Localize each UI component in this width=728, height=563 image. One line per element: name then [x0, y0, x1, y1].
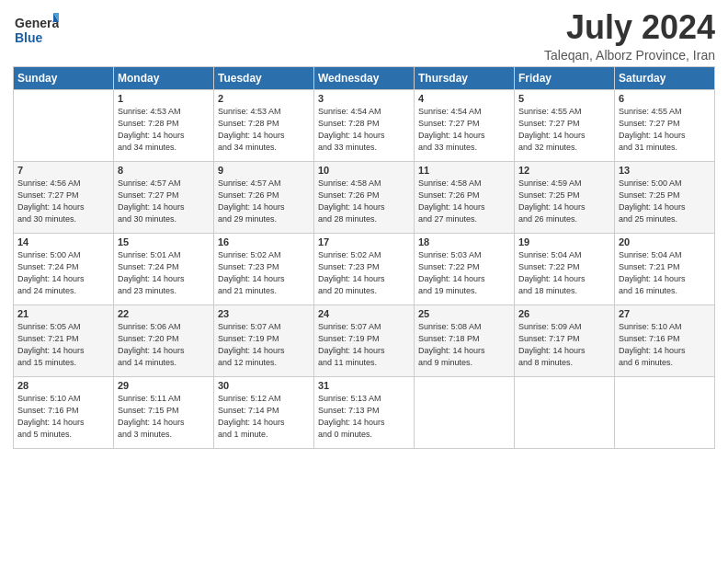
- day-number: 18: [418, 236, 510, 247]
- day-info: Sunrise: 4:57 AMSunset: 7:27 PMDaylight:…: [118, 178, 210, 225]
- calendar-cell: [615, 376, 715, 448]
- day-number: 13: [619, 165, 711, 176]
- calendar-cell: 20Sunrise: 5:04 AMSunset: 7:21 PMDayligh…: [615, 233, 715, 304]
- calendar-cell: 19Sunrise: 5:04 AMSunset: 7:22 PMDayligh…: [515, 233, 615, 304]
- day-number: 9: [218, 165, 310, 176]
- day-number: 26: [518, 308, 610, 319]
- day-number: 11: [418, 165, 510, 176]
- day-number: 23: [218, 308, 310, 319]
- header-friday: Friday: [515, 66, 615, 89]
- logo: General Blue: [13, 9, 59, 53]
- header: General Blue July 2024 Taleqan, Alborz P…: [13, 9, 715, 63]
- day-number: 1: [118, 93, 210, 104]
- day-info: Sunrise: 5:07 AMSunset: 7:19 PMDaylight:…: [218, 321, 310, 369]
- header-monday: Monday: [114, 66, 214, 89]
- header-saturday: Saturday: [615, 66, 715, 89]
- day-number: 3: [318, 93, 410, 104]
- calendar-cell: 25Sunrise: 5:08 AMSunset: 7:18 PMDayligh…: [415, 304, 515, 376]
- calendar-cell: 11Sunrise: 4:58 AMSunset: 7:26 PMDayligh…: [415, 161, 515, 233]
- day-info: Sunrise: 4:57 AMSunset: 7:26 PMDaylight:…: [218, 178, 310, 225]
- header-thursday: Thursday: [415, 66, 515, 89]
- day-number: 12: [518, 165, 610, 176]
- location-subtitle: Taleqan, Alborz Province, Iran: [544, 48, 715, 63]
- day-number: 4: [418, 93, 510, 104]
- day-number: 21: [17, 308, 109, 319]
- calendar-cell: 28Sunrise: 5:10 AMSunset: 7:16 PMDayligh…: [14, 376, 114, 448]
- day-number: 19: [518, 236, 610, 247]
- day-info: Sunrise: 5:05 AMSunset: 7:21 PMDaylight:…: [17, 321, 109, 369]
- day-info: Sunrise: 5:00 AMSunset: 7:24 PMDaylight:…: [17, 249, 109, 297]
- day-info: Sunrise: 5:02 AMSunset: 7:23 PMDaylight:…: [318, 249, 410, 297]
- calendar-table: Sunday Monday Tuesday Wednesday Thursday…: [13, 66, 715, 449]
- calendar-week-5: 28Sunrise: 5:10 AMSunset: 7:16 PMDayligh…: [14, 376, 715, 448]
- calendar-cell: 26Sunrise: 5:09 AMSunset: 7:17 PMDayligh…: [515, 304, 615, 376]
- day-info: Sunrise: 4:58 AMSunset: 7:26 PMDaylight:…: [418, 178, 510, 225]
- day-number: 2: [218, 93, 310, 104]
- day-number: 14: [17, 236, 109, 247]
- day-info: Sunrise: 5:00 AMSunset: 7:25 PMDaylight:…: [619, 178, 711, 225]
- day-info: Sunrise: 5:13 AMSunset: 7:13 PMDaylight:…: [318, 393, 410, 441]
- calendar-cell: 14Sunrise: 5:00 AMSunset: 7:24 PMDayligh…: [14, 233, 114, 304]
- day-info: Sunrise: 5:04 AMSunset: 7:21 PMDaylight:…: [619, 249, 711, 297]
- day-number: 25: [418, 308, 510, 319]
- svg-text:General: General: [15, 16, 59, 30]
- day-info: Sunrise: 4:53 AMSunset: 7:28 PMDaylight:…: [118, 106, 210, 154]
- calendar-cell: 15Sunrise: 5:01 AMSunset: 7:24 PMDayligh…: [114, 233, 214, 304]
- calendar-cell: [515, 376, 615, 448]
- day-info: Sunrise: 4:54 AMSunset: 7:27 PMDaylight:…: [418, 106, 510, 154]
- logo-icon: General Blue: [13, 9, 59, 50]
- calendar-cell: 5Sunrise: 4:55 AMSunset: 7:27 PMDaylight…: [515, 89, 615, 161]
- weekday-header-row: Sunday Monday Tuesday Wednesday Thursday…: [14, 66, 715, 89]
- day-info: Sunrise: 4:53 AMSunset: 7:28 PMDaylight:…: [218, 106, 310, 154]
- day-info: Sunrise: 5:02 AMSunset: 7:23 PMDaylight:…: [218, 249, 310, 297]
- calendar-week-1: 1Sunrise: 4:53 AMSunset: 7:28 PMDaylight…: [14, 89, 715, 161]
- calendar-cell: 17Sunrise: 5:02 AMSunset: 7:23 PMDayligh…: [314, 233, 415, 304]
- calendar-cell: 2Sunrise: 4:53 AMSunset: 7:28 PMDaylight…: [214, 89, 314, 161]
- day-number: 17: [318, 236, 410, 247]
- calendar-cell: 21Sunrise: 5:05 AMSunset: 7:21 PMDayligh…: [14, 304, 114, 376]
- day-info: Sunrise: 4:59 AMSunset: 7:25 PMDaylight:…: [518, 178, 610, 225]
- day-info: Sunrise: 4:55 AMSunset: 7:27 PMDaylight:…: [619, 106, 711, 154]
- day-info: Sunrise: 4:54 AMSunset: 7:28 PMDaylight:…: [318, 106, 410, 154]
- header-sunday: Sunday: [14, 66, 114, 89]
- calendar-cell: 18Sunrise: 5:03 AMSunset: 7:22 PMDayligh…: [415, 233, 515, 304]
- day-info: Sunrise: 5:07 AMSunset: 7:19 PMDaylight:…: [318, 321, 410, 369]
- day-info: Sunrise: 5:11 AMSunset: 7:15 PMDaylight:…: [118, 393, 210, 441]
- day-info: Sunrise: 4:56 AMSunset: 7:27 PMDaylight:…: [17, 178, 109, 225]
- calendar-cell: 31Sunrise: 5:13 AMSunset: 7:13 PMDayligh…: [314, 376, 415, 448]
- calendar-week-4: 21Sunrise: 5:05 AMSunset: 7:21 PMDayligh…: [14, 304, 715, 376]
- day-info: Sunrise: 5:06 AMSunset: 7:20 PMDaylight:…: [118, 321, 210, 369]
- day-info: Sunrise: 5:04 AMSunset: 7:22 PMDaylight:…: [518, 249, 610, 297]
- day-number: 28: [17, 380, 109, 391]
- calendar-cell: 27Sunrise: 5:10 AMSunset: 7:16 PMDayligh…: [615, 304, 715, 376]
- calendar-cell: 24Sunrise: 5:07 AMSunset: 7:19 PMDayligh…: [314, 304, 415, 376]
- day-info: Sunrise: 4:58 AMSunset: 7:26 PMDaylight:…: [318, 178, 410, 225]
- calendar-cell: 29Sunrise: 5:11 AMSunset: 7:15 PMDayligh…: [114, 376, 214, 448]
- day-info: Sunrise: 5:12 AMSunset: 7:14 PMDaylight:…: [218, 393, 310, 441]
- calendar-cell: 10Sunrise: 4:58 AMSunset: 7:26 PMDayligh…: [314, 161, 415, 233]
- calendar-cell: 12Sunrise: 4:59 AMSunset: 7:25 PMDayligh…: [515, 161, 615, 233]
- day-number: 6: [619, 93, 711, 104]
- day-info: Sunrise: 5:08 AMSunset: 7:18 PMDaylight:…: [418, 321, 510, 369]
- calendar-cell: 1Sunrise: 4:53 AMSunset: 7:28 PMDaylight…: [114, 89, 214, 161]
- day-number: 30: [218, 380, 310, 391]
- month-year-title: July 2024: [544, 9, 715, 46]
- calendar-cell: [415, 376, 515, 448]
- day-info: Sunrise: 4:55 AMSunset: 7:27 PMDaylight:…: [518, 106, 610, 154]
- calendar-week-2: 7Sunrise: 4:56 AMSunset: 7:27 PMDaylight…: [14, 161, 715, 233]
- day-number: 10: [318, 165, 410, 176]
- day-number: 20: [619, 236, 711, 247]
- calendar-cell: 13Sunrise: 5:00 AMSunset: 7:25 PMDayligh…: [615, 161, 715, 233]
- day-info: Sunrise: 5:10 AMSunset: 7:16 PMDaylight:…: [17, 393, 109, 441]
- calendar-cell: 3Sunrise: 4:54 AMSunset: 7:28 PMDaylight…: [314, 89, 415, 161]
- calendar-cell: 16Sunrise: 5:02 AMSunset: 7:23 PMDayligh…: [214, 233, 314, 304]
- svg-text:Blue: Blue: [15, 30, 43, 45]
- day-info: Sunrise: 5:01 AMSunset: 7:24 PMDaylight:…: [118, 249, 210, 297]
- calendar-cell: [14, 89, 114, 161]
- calendar-week-3: 14Sunrise: 5:00 AMSunset: 7:24 PMDayligh…: [14, 233, 715, 304]
- calendar-cell: 6Sunrise: 4:55 AMSunset: 7:27 PMDaylight…: [615, 89, 715, 161]
- day-number: 27: [619, 308, 711, 319]
- page: General Blue July 2024 Taleqan, Alborz P…: [0, 0, 728, 563]
- calendar-cell: 22Sunrise: 5:06 AMSunset: 7:20 PMDayligh…: [114, 304, 214, 376]
- day-number: 5: [518, 93, 610, 104]
